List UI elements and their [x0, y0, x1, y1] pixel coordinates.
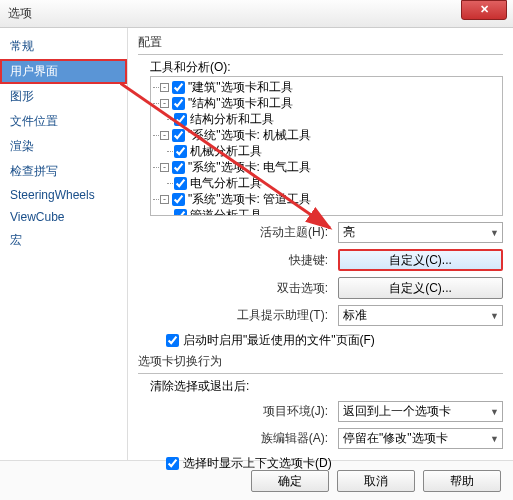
startup-recent-check[interactable] — [166, 334, 179, 347]
sidebar-item-graphics[interactable]: 图形 — [0, 84, 127, 109]
titlebar: 选项 ✕ — [0, 0, 513, 28]
help-button[interactable]: 帮助 — [423, 470, 501, 492]
tooltip-label: 工具提示助理(T): — [138, 307, 338, 324]
sidebar-item-macro[interactable]: 宏 — [0, 228, 127, 253]
tree-item: "系统"选项卡: 电气工具 — [188, 159, 311, 176]
sidebar-item-general[interactable]: 常规 — [0, 34, 127, 59]
sidebar-item-spellcheck[interactable]: 检查拼写 — [0, 159, 127, 184]
tree-item: 管道分析工具 — [190, 207, 262, 217]
expand-icon[interactable]: - — [160, 131, 169, 140]
divider — [138, 373, 503, 374]
expand-icon[interactable]: - — [160, 99, 169, 108]
tree-item: "结构"选项卡和工具 — [188, 95, 293, 112]
startup-recent-label: 启动时启用"最近使用的文件"页面(F) — [183, 332, 375, 349]
window-title: 选项 — [8, 5, 32, 22]
expand-icon[interactable]: - — [160, 83, 169, 92]
tree-check[interactable] — [174, 177, 187, 190]
content-pane: 配置 工具和分析(O): -"建筑"选项卡和工具 -"结构"选项卡和工具 结构分… — [128, 28, 513, 460]
project-env-select[interactable]: 返回到上一个选项卡▼ — [338, 401, 503, 422]
dblclick-customize-button[interactable]: 自定义(C)... — [338, 277, 503, 299]
tools-label: 工具和分析(O): — [150, 59, 503, 76]
tree-check[interactable] — [172, 193, 185, 206]
divider — [138, 54, 503, 55]
context-tab-check[interactable] — [166, 457, 179, 470]
chevron-down-icon: ▼ — [487, 228, 502, 238]
theme-label: 活动主题(H): — [138, 224, 338, 241]
family-editor-label: 族编辑器(A): — [138, 430, 338, 447]
tree-item: "系统"选项卡: 管道工具 — [188, 191, 311, 208]
tree-check[interactable] — [172, 161, 185, 174]
close-icon: ✕ — [480, 3, 489, 16]
tree-check[interactable] — [172, 81, 185, 94]
ok-button[interactable]: 确定 — [251, 470, 329, 492]
shortcut-label: 快捷键: — [138, 252, 338, 269]
tree-check[interactable] — [174, 113, 187, 126]
chevron-down-icon: ▼ — [487, 407, 502, 417]
shortcut-customize-button[interactable]: 自定义(C)... — [338, 249, 503, 271]
config-group-label: 配置 — [138, 34, 503, 51]
tree-item: 机械分析工具 — [190, 143, 262, 160]
close-button[interactable]: ✕ — [461, 0, 507, 20]
project-env-label: 项目环境(J): — [138, 403, 338, 420]
after-label: 清除选择或退出后: — [150, 378, 503, 395]
tree-check[interactable] — [174, 209, 187, 217]
tree-check[interactable] — [174, 145, 187, 158]
tabswitch-group-label: 选项卡切换行为 — [138, 353, 503, 370]
context-tab-label: 选择时显示上下文选项卡(D) — [183, 455, 332, 472]
tooltip-select[interactable]: 标准▼ — [338, 305, 503, 326]
sidebar-item-steeringwheels[interactable]: SteeringWheels — [0, 184, 127, 206]
theme-select[interactable]: 亮▼ — [338, 222, 503, 243]
sidebar-item-viewcube[interactable]: ViewCube — [0, 206, 127, 228]
cancel-button[interactable]: 取消 — [337, 470, 415, 492]
tree-item: "建筑"选项卡和工具 — [188, 79, 293, 96]
sidebar: 常规 用户界面 图形 文件位置 渲染 检查拼写 SteeringWheels V… — [0, 28, 128, 460]
tree-item: "系统"选项卡: 机械工具 — [188, 127, 311, 144]
tree-check[interactable] — [172, 129, 185, 142]
sidebar-item-render[interactable]: 渲染 — [0, 134, 127, 159]
tools-tree[interactable]: -"建筑"选项卡和工具 -"结构"选项卡和工具 结构分析和工具 -"系统"选项卡… — [150, 76, 503, 216]
expand-icon[interactable]: - — [160, 163, 169, 172]
dblclick-label: 双击选项: — [138, 280, 338, 297]
chevron-down-icon: ▼ — [487, 434, 502, 444]
tree-item: 电气分析工具 — [190, 175, 262, 192]
tree-check[interactable] — [172, 97, 185, 110]
family-editor-select[interactable]: 停留在"修改"选项卡▼ — [338, 428, 503, 449]
expand-icon[interactable]: - — [160, 195, 169, 204]
chevron-down-icon: ▼ — [487, 311, 502, 321]
sidebar-item-filelocations[interactable]: 文件位置 — [0, 109, 127, 134]
tree-item: 结构分析和工具 — [190, 111, 274, 128]
sidebar-item-ui[interactable]: 用户界面 — [0, 59, 127, 84]
